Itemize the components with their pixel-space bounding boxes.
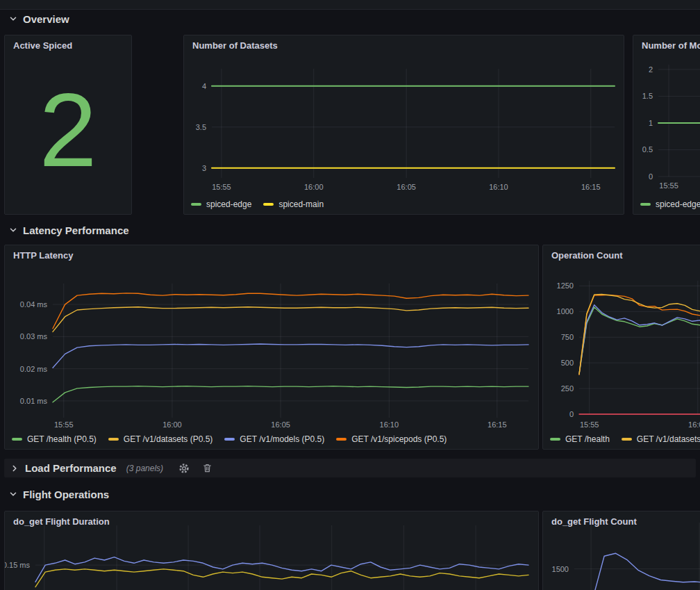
chart-canvas-datasets[interactable]: 15:5516:0016:0516:1016:1543.53spiced-edg… xyxy=(184,35,624,214)
svg-text:15:55: 15:55 xyxy=(580,420,599,429)
legend-label: GET /v1/datasets xyxy=(637,434,700,444)
svg-text:15:55: 15:55 xyxy=(659,181,678,190)
legend-item[interactable]: GET /health xyxy=(550,434,610,444)
svg-text:0.15 ms: 0.15 ms xyxy=(5,561,30,569)
panel-title[interactable]: Number of Datasets xyxy=(192,40,278,51)
svg-text:1250: 1250 xyxy=(557,281,574,290)
svg-text:1000: 1000 xyxy=(557,307,574,316)
section-header-load-performance[interactable]: Load Performance (3 panels) xyxy=(4,459,696,477)
legend-label: spiced-edge xyxy=(656,199,700,209)
svg-text:0.02 ms: 0.02 ms xyxy=(20,365,48,373)
section-title: Load Performance xyxy=(25,462,117,474)
panel-do-get-flight-count: do_get Flight Count 1500 xyxy=(542,511,700,590)
panel-active-spiced: Active Spiced 2 xyxy=(4,35,132,215)
svg-text:16:15: 16:15 xyxy=(581,183,601,191)
svg-text:250: 250 xyxy=(561,384,574,393)
gear-icon[interactable] xyxy=(178,463,190,474)
legend-item[interactable]: spiced-main xyxy=(263,199,324,209)
legend-color-chip xyxy=(12,438,22,441)
svg-text:16:00: 16:00 xyxy=(304,183,324,191)
chart-canvas-models[interactable]: 15:5521.510.50spiced-edge xyxy=(633,35,700,214)
svg-text:3.5: 3.5 xyxy=(196,123,206,131)
trash-icon[interactable] xyxy=(202,463,212,473)
chart-svg: 15:5516:0016:0516:1016:15125010007505002… xyxy=(543,245,700,449)
section-header-latency-performance[interactable]: Latency Performance xyxy=(9,223,129,237)
svg-text:1: 1 xyxy=(649,119,653,127)
svg-text:0.5: 0.5 xyxy=(642,145,653,154)
top-edge-bar xyxy=(0,0,700,10)
section-title: Latency Performance xyxy=(23,224,129,236)
chevron-down-icon xyxy=(9,490,17,498)
legend-color-chip xyxy=(191,203,201,206)
chart-canvas-operation-count[interactable]: 15:5516:0016:0516:1016:15125010007505002… xyxy=(543,245,700,449)
chart-svg: 15:5516:0016:0516:1016:1543.53 xyxy=(184,35,624,214)
legend-label: GET /v1/spicepods (P0.5) xyxy=(351,434,447,444)
chevron-right-icon xyxy=(10,464,19,473)
chart-legend: spiced-edgespiced-main xyxy=(191,199,324,209)
panel-number-of-models: Number of Models 15:5521.510.50spiced-ed… xyxy=(633,35,700,215)
legend-item[interactable]: GET /v1/datasets xyxy=(622,434,700,444)
chevron-down-icon xyxy=(9,15,17,23)
panel-http-latency: HTTP Latency 15:5516:0016:0516:1016:150.… xyxy=(4,245,539,450)
chart-svg: 15:5516:0016:0516:1016:150.04 ms0.03 ms0… xyxy=(5,245,538,449)
legend-item[interactable]: GET /v1/datasets (P0.5) xyxy=(108,434,213,444)
legend-label: GET /v1/datasets (P0.5) xyxy=(124,434,213,444)
svg-text:16:15: 16:15 xyxy=(488,420,507,429)
section-header-flight-operations[interactable]: Flight Operations xyxy=(9,487,109,501)
chevron-down-icon xyxy=(9,226,17,234)
panel-title[interactable]: HTTP Latency xyxy=(13,250,73,261)
svg-text:1.5: 1.5 xyxy=(642,92,653,100)
svg-text:15:55: 15:55 xyxy=(212,183,231,191)
legend-color-chip xyxy=(224,438,235,441)
legend-label: spiced-edge xyxy=(206,199,251,209)
chart-legend: GET /health (P0.5)GET /v1/datasets (P0.5… xyxy=(12,434,447,444)
svg-text:750: 750 xyxy=(561,333,574,341)
panel-number-of-datasets: Number of Datasets 15:5516:0016:0516:101… xyxy=(183,35,624,215)
legend-item[interactable]: GET /v1/models (P0.5) xyxy=(224,434,324,444)
chart-svg: 15:5521.510.50 xyxy=(633,35,700,214)
panel-title[interactable]: do_get Flight Count xyxy=(551,516,637,527)
panel-count-label: (3 panels) xyxy=(126,464,163,473)
legend-item[interactable]: GET /health (P0.5) xyxy=(12,434,97,444)
svg-text:4: 4 xyxy=(202,82,206,90)
legend-item[interactable]: GET /v1/spicepods (P0.5) xyxy=(336,434,447,444)
svg-text:16:05: 16:05 xyxy=(397,183,416,191)
panel-title[interactable]: Active Spiced xyxy=(13,40,72,51)
legend-color-chip xyxy=(108,438,119,441)
legend-color-chip xyxy=(336,438,347,441)
legend-item[interactable]: spiced-edge xyxy=(640,199,700,209)
chart-legend: GET /healthGET /v1/datasets xyxy=(550,434,700,444)
svg-text:2: 2 xyxy=(649,65,653,74)
svg-text:15:55: 15:55 xyxy=(54,420,74,429)
legend-color-chip xyxy=(640,203,651,206)
legend-label: GET /health (P0.5) xyxy=(27,434,97,444)
panel-title[interactable]: Number of Models xyxy=(642,40,700,51)
svg-text:16:05: 16:05 xyxy=(271,420,290,429)
chart-canvas-http-latency[interactable]: 15:5516:0016:0516:1016:150.04 ms0.03 ms0… xyxy=(5,245,538,449)
section-title: Flight Operations xyxy=(23,489,109,500)
section-header-overview[interactable]: Overview xyxy=(9,12,69,26)
svg-text:500: 500 xyxy=(561,359,574,367)
svg-text:3: 3 xyxy=(202,164,206,172)
legend-label: GET /v1/models (P0.5) xyxy=(240,434,324,444)
legend-color-chip xyxy=(263,203,274,206)
big-stat-value: 2 xyxy=(5,35,131,214)
panel-do-get-flight-duration: do_get Flight Duration 0.15 ms xyxy=(4,511,539,590)
svg-text:16:10: 16:10 xyxy=(380,420,399,429)
panel-title[interactable]: do_get Flight Duration xyxy=(13,516,110,527)
svg-text:16:10: 16:10 xyxy=(489,183,508,191)
panel-title[interactable]: Operation Count xyxy=(551,250,623,261)
legend-label: spiced-main xyxy=(278,199,324,209)
legend-color-chip xyxy=(622,438,632,441)
svg-text:0: 0 xyxy=(649,172,653,181)
svg-text:16:00: 16:00 xyxy=(162,420,182,429)
svg-text:0: 0 xyxy=(569,410,574,418)
section-title: Overview xyxy=(23,13,69,25)
svg-text:0.03 ms: 0.03 ms xyxy=(20,332,48,341)
svg-text:0.04 ms: 0.04 ms xyxy=(20,300,48,309)
chart-legend: spiced-edge xyxy=(640,199,700,209)
legend-item[interactable]: spiced-edge xyxy=(191,199,251,209)
svg-text:1500: 1500 xyxy=(552,565,569,573)
legend-color-chip xyxy=(550,438,560,441)
panel-operation-count: Operation Count 15:5516:0016:0516:1016:1… xyxy=(542,245,700,450)
